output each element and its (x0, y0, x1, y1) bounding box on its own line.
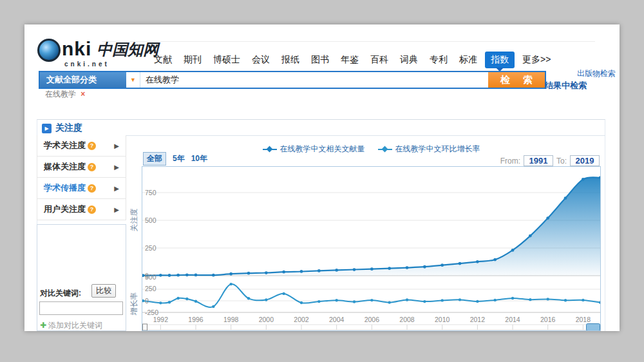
nav-item-thesis[interactable]: 博硕士 (207, 52, 246, 68)
svg-text:1996: 1996 (188, 316, 204, 323)
date-range: From: To: (24, 155, 600, 166)
legend-item-growth-rate[interactable]: 在线教学中文环比增长率 (378, 144, 480, 155)
plus-icon: ✚ (40, 321, 46, 330)
section-header: ▶ 关注度 (42, 122, 82, 134)
svg-text:2002: 2002 (294, 316, 309, 323)
svg-text:2000: 2000 (259, 316, 274, 323)
nav-item-yearbook[interactable]: 年鉴 (335, 52, 365, 68)
sidebar-item-user-attention[interactable]: 用户关注度 ? ▶ (37, 199, 126, 220)
sidebar-item-academic-dissemination[interactable]: 学术传播度 ? ▶ (37, 178, 126, 199)
logo-domain: cnki.net (64, 61, 109, 68)
chevron-right-icon: ▶ (114, 142, 119, 149)
svg-text:2014: 2014 (505, 316, 520, 323)
help-icon[interactable]: ? (88, 142, 96, 150)
line-diamond-marker-icon (378, 146, 392, 152)
help-icon[interactable]: ? (88, 205, 96, 214)
from-label: From: (500, 157, 520, 166)
globe-icon (37, 39, 61, 62)
trend-chart[interactable]: 75050025005002500-2501992199619982000200… (142, 166, 601, 331)
search-in-results-link[interactable]: 结果中检索 (545, 80, 587, 91)
category-dropdown[interactable]: ▼ (126, 72, 140, 88)
section-title: 关注度 (55, 122, 82, 134)
svg-text:2010: 2010 (435, 316, 450, 323)
svg-text:0: 0 (145, 297, 149, 305)
nav-item-conference[interactable]: 会议 (246, 52, 276, 68)
compare-button[interactable]: 比较 (91, 284, 116, 298)
logo-brand: nki (62, 37, 91, 61)
svg-text:2016: 2016 (540, 316, 556, 323)
nav-item-index-label: 指数 (491, 54, 509, 64)
sidebar-item-label: 学术传播度 (44, 182, 86, 194)
filter-tag: 在线教学 × (45, 89, 85, 100)
svg-text:500: 500 (145, 273, 156, 281)
compare-label: 对比关键词: (40, 288, 81, 299)
cnki-page: nki 中国知网 cnki.net 文献 期刊 博硕士 会议 报纸 图书 年鉴 … (24, 24, 620, 331)
nav-item-book[interactable]: 图书 (305, 52, 335, 68)
svg-text:250: 250 (145, 285, 156, 292)
search-button[interactable]: 检 索 (488, 72, 545, 88)
nav-item-dictionary[interactable]: 词典 (394, 52, 424, 68)
upper-y-axis-label: 关注度 (129, 207, 140, 233)
svg-text:2018: 2018 (576, 316, 591, 323)
from-year-input[interactable] (524, 155, 553, 166)
help-icon[interactable]: ? (88, 184, 96, 193)
chevron-right-icon: ▶ (114, 206, 119, 213)
svg-text:2004: 2004 (329, 316, 345, 323)
svg-text:1998: 1998 (223, 316, 239, 323)
nav-item-journal[interactable]: 期刊 (178, 52, 207, 68)
nav-item-more[interactable]: 更多>> (516, 52, 556, 68)
sidebar-item-academic-attention[interactable]: 学术关注度 ? ▶ (37, 135, 126, 157)
sidebar-item-label: 学术关注度 (44, 140, 86, 151)
remove-tag-icon[interactable]: × (80, 90, 85, 99)
chevron-down-icon: ▼ (130, 77, 136, 83)
nav-item-newspaper[interactable]: 报纸 (276, 52, 305, 68)
legend-label: 在线教学中文相关文献量 (280, 144, 365, 155)
chart-legend: 在线教学中文相关文献量 在线教学中文环比增长率 (142, 144, 601, 155)
svg-text:2008: 2008 (399, 316, 415, 323)
compare-keyword-input[interactable] (39, 301, 123, 315)
search-bar: 文献全部分类 ▼ 检 索 (39, 71, 546, 89)
line-diamond-marker-icon (263, 146, 277, 152)
nav-item-patent[interactable]: 专利 (424, 52, 453, 68)
top-divider (102, 41, 595, 42)
filter-tag-text: 在线教学 (45, 90, 76, 99)
section-expand-icon[interactable]: ▶ (42, 124, 52, 133)
lower-y-axis-label: 增长率 (129, 291, 140, 317)
to-label: To: (556, 157, 567, 166)
nav-item-index-active[interactable]: 指数 (485, 52, 515, 68)
add-compare-keyword-link[interactable]: ✚添加对比关键词 (40, 320, 102, 331)
legend-label: 在线教学中文环比增长率 (395, 144, 480, 155)
search-input[interactable] (140, 72, 488, 88)
svg-text:250: 250 (145, 244, 156, 252)
main-nav: 文献 期刊 博硕士 会议 报纸 图书 年鉴 百科 词典 专利 标准 指数 更多>… (148, 52, 556, 68)
nav-item-standard[interactable]: 标准 (453, 52, 483, 68)
publication-search-link[interactable]: 出版物检索 (577, 68, 616, 79)
add-compare-keyword-label: 添加对比关键词 (48, 321, 102, 330)
compare-keywords-box: 对比关键词: 比较 ✚添加对比关键词 (37, 224, 126, 331)
nav-item-encyclopedia[interactable]: 百科 (365, 52, 394, 68)
svg-text:2006: 2006 (365, 316, 380, 323)
legend-item-document-count[interactable]: 在线教学中文相关文献量 (263, 144, 365, 155)
to-year-input[interactable] (570, 155, 600, 166)
sidebar-item-label: 用户关注度 (44, 204, 86, 215)
sidebar: 学术关注度 ? ▶ 媒体关注度 ? ▶ 学术传播度 ? ▶ 用户关注度 ? ▶ (37, 135, 126, 220)
svg-text:1992: 1992 (153, 316, 169, 323)
svg-text:500: 500 (145, 216, 156, 224)
chevron-right-icon: ▶ (114, 185, 119, 192)
category-select-button[interactable]: 文献全部分类 (40, 72, 126, 88)
nav-item-literature[interactable]: 文献 (148, 52, 178, 68)
svg-text:2012: 2012 (470, 316, 486, 323)
screen: nki 中国知网 cnki.net 文献 期刊 博硕士 会议 报纸 图书 年鉴 … (0, 0, 644, 362)
svg-text:750: 750 (145, 189, 156, 196)
